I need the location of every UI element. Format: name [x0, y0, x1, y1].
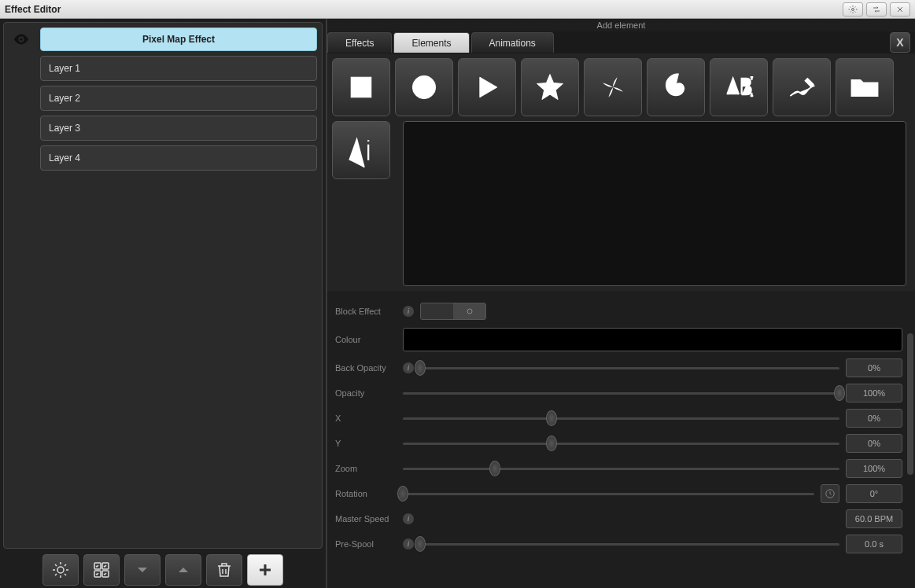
clock-icon[interactable] — [821, 484, 839, 503]
back-opacity-value[interactable]: 0% — [846, 358, 902, 377]
zoom-slider[interactable] — [403, 461, 839, 476]
colour-picker[interactable] — [403, 328, 902, 351]
settings-icon[interactable] — [843, 2, 863, 17]
element-circle-icon[interactable] — [395, 58, 453, 116]
colour-label: Colour — [335, 335, 397, 344]
element-play-icon[interactable] — [458, 58, 516, 116]
opacity-value[interactable]: 100% — [846, 384, 902, 402]
move-down-icon[interactable] — [124, 554, 160, 586]
element-star-icon[interactable] — [521, 58, 579, 116]
layers-area: Pixel Map Effect Layer 1 Layer 2 Layer 3… — [3, 22, 323, 549]
brightness-icon[interactable] — [42, 554, 79, 586]
master-speed-label: Master Speed — [335, 514, 397, 524]
element-square-icon[interactable] — [332, 58, 390, 116]
titlebar: Effect Editor — [0, 0, 915, 19]
pre-spool-slider[interactable] — [420, 536, 839, 552]
left-panel: Pixel Map Effect Layer 1 Layer 2 Layer 3… — [0, 19, 327, 588]
rotation-value[interactable]: 0° — [846, 484, 902, 503]
layer-row[interactable]: Layer 4 — [40, 145, 317, 171]
element-fan-icon[interactable] — [584, 58, 642, 116]
info-icon[interactable]: i — [403, 306, 414, 317]
x-label: X — [335, 413, 397, 423]
grid-check-icon[interactable] — [83, 554, 120, 586]
element-folder-icon[interactable] — [836, 58, 894, 116]
move-up-icon[interactable] — [165, 554, 201, 586]
visibility-icon[interactable] — [9, 28, 34, 51]
rotation-label: Rotation — [335, 489, 397, 498]
close-icon[interactable] — [890, 2, 910, 17]
back-opacity-slider[interactable] — [420, 360, 839, 376]
svg-rect-7 — [351, 77, 371, 97]
x-slider[interactable] — [403, 410, 839, 426]
swap-icon[interactable] — [866, 2, 887, 17]
window-title: Effect Editor — [5, 4, 843, 15]
add-icon[interactable] — [247, 554, 283, 586]
rotation-slider[interactable] — [403, 486, 814, 502]
svg-point-2 — [57, 567, 64, 573]
master-speed-value[interactable]: 60.0 BPM — [846, 509, 902, 528]
element-spiral-icon[interactable] — [647, 58, 705, 116]
svg-point-0 — [852, 8, 854, 10]
layer-row[interactable]: Layer 3 — [40, 116, 317, 141]
scrollbar[interactable] — [907, 333, 913, 475]
info-icon[interactable]: i — [403, 513, 414, 524]
element-ai-icon[interactable] — [332, 121, 390, 179]
block-effect-toggle[interactable] — [420, 303, 486, 320]
elements-area — [327, 53, 915, 291]
element-text-icon[interactable] — [710, 58, 768, 116]
y-slider[interactable] — [403, 435, 839, 451]
block-effect-label: Block Effect — [335, 307, 397, 316]
zoom-label: Zoom — [335, 464, 397, 473]
left-toolbar — [0, 552, 326, 588]
pre-spool-label: Pre-Spool — [335, 539, 397, 549]
tab-effects[interactable]: Effects — [327, 32, 392, 53]
close-panel-button[interactable]: X — [890, 32, 910, 53]
y-value[interactable]: 0% — [846, 434, 902, 453]
svg-point-1 — [20, 38, 23, 41]
delete-icon[interactable] — [206, 554, 242, 586]
opacity-slider[interactable] — [403, 385, 839, 401]
pre-spool-value[interactable]: 0.0 s — [846, 535, 902, 553]
y-label: Y — [335, 439, 397, 448]
x-value[interactable]: 0% — [846, 409, 902, 428]
element-draw-icon[interactable] — [773, 58, 831, 116]
back-opacity-label: Back Opacity — [335, 363, 397, 373]
info-icon[interactable]: i — [403, 362, 414, 373]
right-panel: Add element Effects Elements Animations … — [327, 19, 915, 588]
properties-panel: Block Effect i Colour Back Opacity i 0% … — [327, 291, 915, 588]
info-icon[interactable]: i — [403, 538, 414, 549]
preview-box — [403, 121, 906, 286]
tabs-row: Effects Elements Animations X — [327, 31, 915, 53]
svg-point-8 — [412, 75, 435, 98]
opacity-label: Opacity — [335, 388, 397, 398]
layer-row[interactable]: Layer 2 — [40, 86, 317, 111]
effect-name[interactable]: Pixel Map Effect — [40, 28, 317, 51]
zoom-value[interactable]: 100% — [846, 459, 902, 478]
panel-subtitle: Add element — [327, 19, 915, 31]
tab-elements[interactable]: Elements — [393, 32, 469, 53]
layer-row[interactable]: Layer 1 — [40, 56, 317, 81]
tab-animations[interactable]: Animations — [471, 32, 554, 53]
svg-point-9 — [467, 309, 472, 314]
